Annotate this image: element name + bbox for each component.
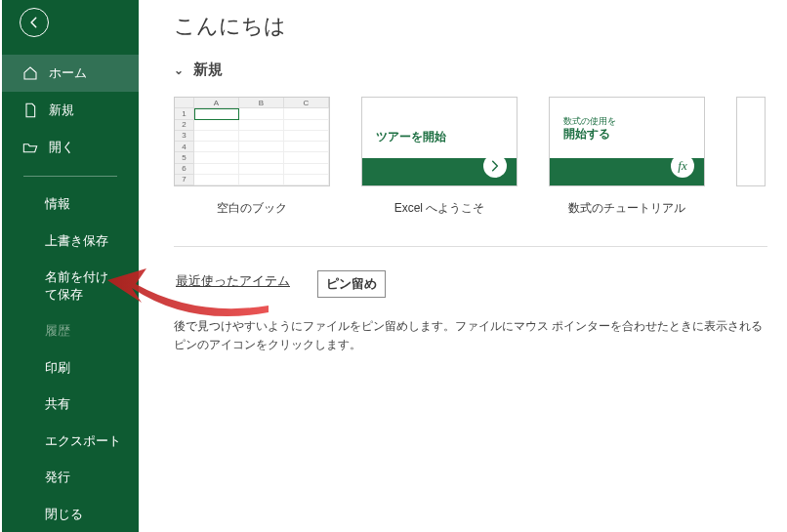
section-divider [174, 246, 767, 247]
section-heading-text: 新規 [193, 61, 223, 79]
tab-pinned[interactable]: ピン留め [317, 270, 386, 298]
arrow-left-icon [27, 16, 41, 29]
template-caption: 空白のブック [174, 200, 330, 217]
nav-save-as[interactable]: 名前を付けて保存 [2, 260, 139, 313]
template-overlay-text: ツアーを開始 [376, 129, 446, 145]
nav-label: ホーム [49, 64, 87, 82]
template-thumbnail [736, 97, 766, 186]
nav-share[interactable]: 共有 [2, 387, 139, 424]
nav-label: 新規 [49, 102, 74, 119]
template-formula-tutorial[interactable]: 数式の使用を 開始する fx 数式のチュートリアル [549, 97, 705, 217]
backstage-main: こんにちは ⌄ 新規 ABC 1 2 3 4 5 6 7 空白のブック [139, 0, 787, 532]
nav-publish[interactable]: 発行 [2, 460, 139, 497]
nav-divider [23, 176, 117, 177]
tab-recent[interactable]: 最近使ったアイテム [176, 272, 290, 296]
nav-new[interactable]: 新規 [2, 92, 139, 129]
nav-save[interactable]: 上書き保存 [2, 224, 139, 261]
template-thumbnail: ABC 1 2 3 4 5 6 7 [174, 97, 330, 186]
template-welcome-excel[interactable]: ツアーを開始 Excel へようこそ [361, 97, 518, 217]
pinned-empty-message: 後で見つけやすいようにファイルをピン留めします。ファイルにマウス ポインターを合… [174, 317, 767, 354]
backstage-sidebar: ホーム 新規 開く 情報 上書き保存 名前を付けて保存 履歴 印刷 共有 エクス… [2, 0, 139, 532]
template-caption: Excel へようこそ [361, 200, 518, 217]
nav-export[interactable]: エクスポート [2, 424, 139, 461]
chevron-down-icon: ⌄ [174, 63, 184, 77]
nav-print[interactable]: 印刷 [2, 350, 139, 388]
fx-icon: fx [671, 154, 694, 178]
back-button[interactable] [20, 8, 49, 37]
home-icon [21, 64, 39, 82]
template-thumbnail: ツアーを開始 [361, 97, 518, 186]
nav-info[interactable]: 情報 [2, 186, 139, 224]
template-thumbnail: 数式の使用を 開始する fx [549, 97, 705, 186]
nav-home[interactable]: ホーム [2, 55, 139, 92]
template-overlay-line2: 開始する [563, 126, 610, 143]
template-blank-workbook[interactable]: ABC 1 2 3 4 5 6 7 空白のブック [174, 97, 330, 217]
document-icon [21, 102, 39, 119]
recent-tabs: 最近使ったアイテム ピン留め [176, 270, 767, 298]
page-title: こんにちは [174, 12, 767, 41]
template-more[interactable] [736, 97, 766, 217]
folder-open-icon [21, 139, 39, 156]
nav-label: 開く [49, 139, 74, 156]
template-caption: 数式のチュートリアル [549, 200, 705, 217]
template-list: ABC 1 2 3 4 5 6 7 空白のブック ツアーを開始 [174, 97, 767, 217]
nav-close[interactable]: 閉じる [2, 497, 139, 533]
arrow-right-icon [483, 154, 507, 178]
section-new-heading[interactable]: ⌄ 新規 [174, 61, 767, 79]
nav-open[interactable]: 開く [2, 129, 139, 166]
nav-history: 履歴 [2, 313, 139, 350]
